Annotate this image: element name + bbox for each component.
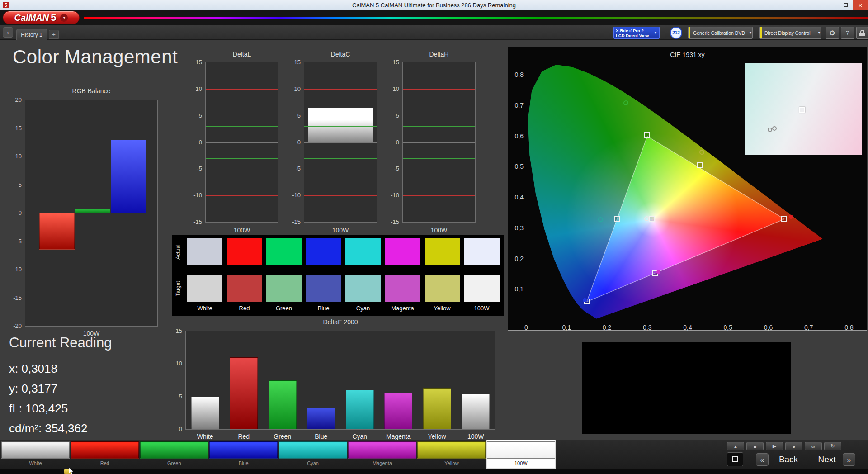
chevron-right-icon: » (847, 456, 851, 464)
y-tick-label: 0 (385, 139, 399, 146)
target-point (697, 162, 703, 168)
pattern-preview (582, 342, 791, 434)
actual-swatch-cyan (345, 238, 381, 265)
actual-swatch-100w (464, 238, 500, 265)
actual-swatch-blue (306, 238, 341, 265)
y-tick-label: -15 (286, 218, 301, 225)
x-category-label: Magenta (379, 433, 418, 440)
ref-line (304, 89, 377, 90)
measured-dot (789, 215, 793, 219)
tab-scroll-button[interactable]: › (3, 27, 13, 38)
zero-line (403, 142, 475, 143)
inset-measured-point (772, 126, 777, 131)
y-tick-label: 0,5 (509, 163, 524, 170)
x-tick-label: 0,2 (598, 324, 616, 331)
tab-bar: › History 1 + X-Rite i1Pro 2 LCD Direct … (0, 25, 868, 40)
x-tick-label: 0,7 (800, 324, 818, 331)
column-label: 100W (464, 305, 500, 312)
deltae-bar-green (269, 380, 297, 430)
x-category-label: Red (225, 433, 264, 440)
white-point-inset (745, 63, 862, 155)
y-tick-label: 5 (286, 112, 301, 119)
ref-line (206, 169, 278, 169)
refresh-button[interactable]: ↻ (824, 442, 841, 450)
reading-y: y: 0,3177 (9, 382, 57, 396)
deltac-chart: DeltaC151050-5-10-15100W (304, 62, 377, 223)
target-swatch-blue (306, 275, 341, 302)
x-category-label: Blue (302, 433, 341, 440)
x-tick-label: 0,6 (760, 324, 778, 331)
back-chevron-button[interactable]: « (756, 453, 769, 466)
lock-icon-body (859, 33, 865, 36)
page-title: Color Management (13, 46, 178, 68)
chart-title: RGB Balance (12, 87, 171, 95)
y-tick-label: 20 (6, 96, 22, 103)
reading-cdm2: cd/m²: 354,362 (9, 422, 87, 436)
ref-line (403, 169, 475, 169)
settings-button[interactable]: ⚙ (826, 27, 839, 39)
deltal-chart: DeltaL151050-5-10-15100W (205, 62, 278, 223)
minimize-button[interactable] (826, 0, 839, 10)
source-select-button[interactable]: Generic Calibration DVD ▼ (688, 27, 753, 39)
calman-logo[interactable]: CalMAN 5 ▼ (3, 11, 80, 24)
play-button[interactable]: ▶ (766, 442, 783, 450)
minimize-icon (830, 5, 835, 5)
column-label: Magenta (385, 305, 420, 312)
help-button[interactable]: ? (841, 27, 854, 39)
chart-title: DeltaC (293, 51, 388, 58)
y-tick-label: 10 (286, 85, 301, 92)
ref-line (206, 116, 278, 116)
next-button[interactable]: Next (811, 453, 843, 466)
rgb-bar-blue (111, 140, 146, 213)
record-button[interactable]: ● (785, 442, 802, 450)
y-tick-label: 0,7 (509, 102, 524, 109)
column-label: Yellow (425, 305, 460, 312)
display-control-button[interactable]: Direct Display Control ▼ (760, 27, 821, 39)
deltah-chart: DeltaH151050-5-10-15100W (402, 62, 476, 223)
rgb-bar-green (75, 209, 110, 213)
logo-text: CalMAN (14, 13, 49, 23)
window-title: CalMAN 5 CalMAN Ultimate for Business 28… (0, 2, 868, 9)
y-tick-label: 10 (188, 85, 202, 92)
pattern-window-button[interactable] (727, 452, 743, 466)
loop-button[interactable]: ∞ (805, 442, 822, 450)
deltae-bar-red (230, 357, 258, 429)
window-controls: × (826, 0, 868, 10)
y-tick-label: 0,3 (509, 224, 524, 232)
meter-select-button[interactable]: X-Rite i1Pro 2 LCD Direct View ▼ (613, 27, 660, 39)
chart-title: DeltaL (194, 51, 289, 58)
ref-line (206, 195, 278, 196)
measured-dot (656, 270, 660, 274)
y-tick-label: -15 (385, 218, 399, 225)
lock-button[interactable] (856, 27, 868, 39)
y-tick-label: -10 (286, 192, 301, 199)
maximize-button[interactable] (839, 0, 853, 10)
rgb-bar-red (39, 213, 75, 250)
close-button[interactable]: × (853, 0, 868, 10)
chevron-down-icon: ▼ (749, 31, 752, 35)
target-swatch-100w (464, 275, 500, 302)
back-button[interactable]: Back (769, 453, 807, 466)
maximize-icon (844, 3, 848, 7)
add-tab-button[interactable]: + (49, 30, 59, 39)
zero-line (304, 142, 377, 143)
y-tick-label: -10 (6, 266, 22, 273)
ref-line (403, 158, 475, 159)
measured-point (644, 216, 649, 221)
app-header: CalMAN 5 ▼ (0, 10, 868, 25)
target-swatch-magenta (385, 275, 420, 302)
deltae-bar-100w (462, 394, 490, 429)
chevron-down-icon: ▼ (62, 16, 66, 19)
meter-label: X-Rite i1Pro 2 LCD Direct View (616, 28, 652, 38)
logo-dropdown-button[interactable]: ▼ (60, 14, 68, 22)
row-label: Actual (173, 238, 184, 265)
stop-button[interactable]: ■ (746, 442, 764, 450)
ref-line (186, 397, 495, 397)
delta-bar (308, 108, 373, 142)
eject-button[interactable]: ▲ (727, 442, 744, 450)
tab-history-1[interactable]: History 1 (16, 29, 47, 40)
ref-line (206, 89, 278, 90)
next-chevron-button[interactable]: » (843, 453, 855, 466)
x-category-label: Yellow (418, 433, 457, 440)
column-label: White (187, 305, 222, 312)
